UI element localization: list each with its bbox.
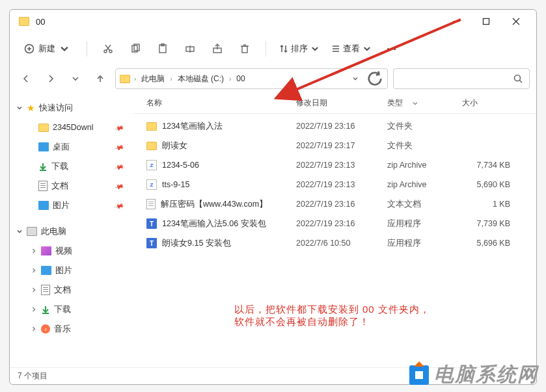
back-button[interactable] [16,69,36,88]
svg-line-29 [520,81,523,83]
file-type: zip Archive [387,180,462,189]
sort-button[interactable]: 排序 [275,40,323,57]
breadcrumb-item[interactable]: 此电脑 [139,72,167,86]
sidebar-this-pc[interactable]: 此电脑 [14,222,130,241]
app-icon: T [146,238,157,248]
minimize-button[interactable] [441,10,471,33]
file-size: 5,696 KB [462,239,530,248]
sidebar-item[interactable]: 下载 [14,300,130,319]
svg-point-7 [104,50,107,53]
window-title: 00 [36,17,45,27]
file-date: 2022/7/19 23:13 [296,180,387,189]
file-explorer-window: 00 新建 排序 查看 [9,9,537,385]
document-icon [38,181,48,191]
sort-label: 排序 [291,43,308,55]
breadcrumb-item[interactable]: 00 [234,73,247,85]
file-row[interactable]: 解压密码【www.443w.com】2022/7/19 23:16文本文档1 K… [140,194,530,214]
file-date: 2022/7/19 23:13 [296,161,387,170]
sidebar-item[interactable]: 下载📌 [14,157,130,176]
sidebar-item[interactable]: 2345Downl📌 [14,118,130,137]
cut-button[interactable] [96,38,120,59]
divider [87,41,87,57]
close-button[interactable] [501,10,531,33]
chevron-right-icon [31,287,37,293]
download-icon [38,162,48,171]
up-button[interactable] [90,69,110,88]
sidebar-item[interactable]: 视频 [14,241,130,261]
chevron-right-icon [31,248,37,254]
search-box[interactable] [393,68,530,89]
sidebar-item[interactable]: 桌面📌 [14,137,130,157]
sidebar-item[interactable]: ♪音乐 [14,319,130,339]
view-button[interactable]: 查看 [327,40,375,57]
watermark: 电脑系统网 [409,361,538,388]
chevron-down-icon [59,44,70,54]
file-date: 2022/7/19 23:17 [296,141,387,150]
file-type: 文本文档 [387,199,462,210]
new-button[interactable]: 新建 [16,40,77,57]
sidebar-item[interactable]: 文档📌 [14,176,130,196]
crumb-separator: › [229,75,231,83]
sidebar-quick-access[interactable]: ★ 快速访问 [14,98,130,118]
file-row[interactable]: T朗读女9.15 安装包2022/7/6 10:50应用程序5,696 KB [140,233,530,253]
delete-button[interactable] [233,38,256,59]
titlebar: 00 [10,10,536,33]
svg-point-8 [109,50,112,53]
status-text: 7 个项目 [18,371,48,382]
sidebar-item-label: 图片 [55,265,72,276]
pin-icon: 📌 [114,181,124,191]
file-row[interactable]: tts-9-152022/7/19 23:13zip Archive5,690 … [140,175,530,194]
more-button[interactable] [379,38,403,59]
column-date[interactable]: 修改日期 [296,98,387,109]
pin-icon: 📌 [114,200,124,211]
sidebar-item-label: 文档 [54,285,71,296]
sidebar-item[interactable]: 文档 [14,280,130,300]
nav-row: › 此电脑 › 本地磁盘 (C:) › 00 [10,64,536,93]
forward-button[interactable] [41,69,61,88]
app-icon: T [146,218,157,229]
body: ★ 快速访问 2345Downl📌桌面📌下载📌文档📌图片📌 此电脑 视频图片文档… [10,93,536,367]
watermark-logo-icon [409,365,429,385]
sidebar-item[interactable]: 图片📌 [14,196,130,215]
maximize-button[interactable] [471,10,501,33]
paste-button[interactable] [151,38,174,59]
sidebar-item[interactable]: 图片 [14,261,130,280]
file-type: 文件夹 [387,140,462,151]
refresh-button[interactable] [366,70,383,87]
file-date: 2022/7/19 23:16 [296,200,387,209]
file-row[interactable]: 1234笔画输入法2022/7/19 23:16文件夹 [140,116,530,136]
chevron-down-icon [412,100,418,107]
picture-icon [41,266,51,275]
recent-button[interactable] [66,69,85,88]
column-size[interactable]: 大小 [462,98,530,109]
file-size: 7,734 KB [462,161,530,170]
file-date: 2022/7/19 23:16 [296,219,387,228]
address-bar[interactable]: › 此电脑 › 本地磁盘 (C:) › 00 [115,68,388,89]
file-row[interactable]: 朗读女2022/7/19 23:17文件夹 [140,136,530,155]
search-icon [513,74,523,83]
file-row[interactable]: 1234-5-062022/7/19 23:13zip Archive7,734… [140,155,530,175]
file-type: 应用程序 [387,238,462,249]
file-name: 1234-5-06 [162,161,199,170]
address-dropdown[interactable] [347,70,364,87]
file-list: 1234笔画输入法2022/7/19 23:16文件夹朗读女2022/7/19 … [133,114,536,255]
file-row[interactable]: T1234笔画输入法5.06 安装包2022/7/19 23:16应用程序7,7… [140,214,530,233]
column-type[interactable]: 类型 [387,98,462,109]
sidebar-item-label: 下载 [54,304,71,315]
copy-button[interactable] [124,38,147,59]
file-name: 1234笔画输入法 [162,121,223,132]
share-button[interactable] [206,38,229,59]
main-panel: 名称 修改日期 类型 大小 1234笔画输入法2022/7/19 23:16文件… [133,93,536,367]
chevron-down-icon [362,44,372,53]
sidebar-label: 此电脑 [41,226,66,237]
rename-button[interactable] [178,38,202,59]
sidebar-label: 快速访问 [39,103,73,114]
chevron-down-icon [16,228,23,235]
folder-icon [146,142,157,150]
folder-icon [146,122,157,131]
file-type: 应用程序 [387,218,462,229]
breadcrumb-item[interactable]: 本地磁盘 (C:) [175,72,226,86]
window-folder-icon [19,17,29,26]
column-name[interactable]: 名称 [140,98,296,109]
sidebar-item-label: 文档 [51,181,68,192]
